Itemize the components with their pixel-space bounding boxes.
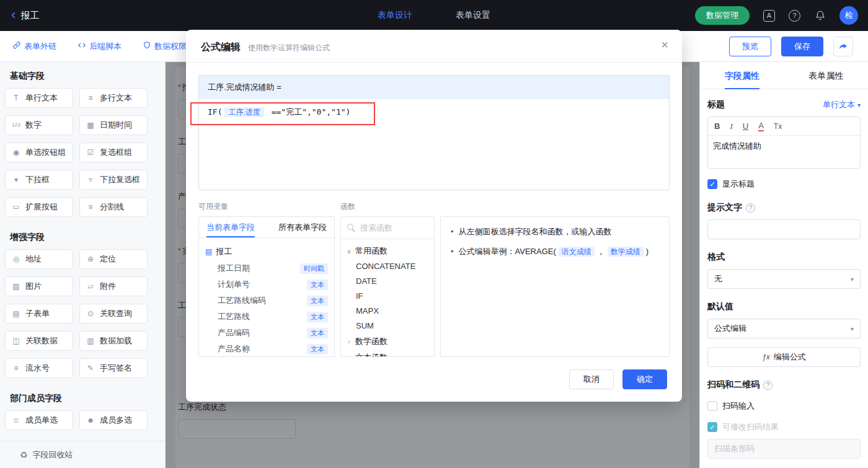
back-button[interactable]: ‹ 报工 [0,10,39,22]
backend-script-button[interactable]: 后端脚本 [78,41,122,52]
variable-item[interactable]: 工艺路线文本 [205,309,328,325]
share-icon[interactable] [833,37,853,56]
external-link-button[interactable]: 表单外链 [12,41,56,52]
field-type-button[interactable]: 123数字 [5,115,73,135]
bell-icon[interactable] [814,10,826,22]
field-type-button[interactable]: ▤子表单 [5,304,73,324]
format-label: 格式 [707,252,725,263]
field-type-button[interactable]: ☑复选框组 [79,143,148,162]
bold-icon[interactable]: B [714,121,720,131]
recycle-bin-button[interactable]: ♻ 字段回收站 [0,441,165,468]
field-type-badge: 文本 [307,280,328,290]
tab-form-properties[interactable]: 表单属性 [784,62,868,89]
function-group[interactable]: ›数学函数 [341,333,434,350]
field-type-button[interactable]: ▥数据加载 [79,331,148,351]
underline-icon[interactable]: U [743,121,748,131]
default-value-select[interactable]: 公式编辑 ▾ [707,319,861,338]
function-group-name: 文本函数 [355,352,388,357]
field-type-icon: ≡ [11,364,22,372]
save-button[interactable]: 保存 [781,37,823,56]
help-tooltip-icon[interactable]: ? [746,203,755,213]
language-icon[interactable]: A [763,10,775,22]
modal-body: 工序.完成情况辅助 = IF(工序.进度 =="完工","0","1") 可用变… [186,75,682,357]
field-type-button[interactable]: ▭扩展按钮 [5,197,73,217]
confirm-button[interactable]: 确定 [622,369,667,389]
field-type-icon: ≡ [85,203,96,211]
field-type-button[interactable]: ≡多行文本 [79,88,148,108]
field-type-button[interactable]: ▦日期时间 [79,115,148,135]
field-type-button[interactable]: ⊙关联查询 [79,304,148,324]
tab-all-form-fields[interactable]: 所有表单字段 [278,217,327,237]
chevron-down-icon: ▾ [851,325,854,332]
field-type-icon: ☑ [85,149,96,156]
formula-input[interactable]: IF(工序.进度 =="完工","0","1") [199,99,669,190]
font-color-icon[interactable]: A [758,121,764,131]
field-type-button[interactable]: ▨图片 [5,276,73,296]
tab-form-design[interactable]: 表单设计 [378,10,412,21]
field-type-button[interactable]: ◫关联数据 [5,331,73,351]
field-type-button[interactable]: ◉单选按钮组 [5,143,73,162]
page-title: 报工 [20,10,39,22]
field-type-button[interactable]: ⊕定位 [79,249,148,269]
variable-item[interactable]: 工艺路线编码文本 [205,293,328,309]
example-variable-tag: 数学成绩 [608,247,644,257]
format-select[interactable]: 无 ▾ [707,269,861,289]
field-type-icon: ◉ [11,149,22,156]
show-title-checkbox[interactable]: ✓ [707,179,717,189]
preview-button[interactable]: 预览 [729,37,771,56]
variable-item[interactable]: 产品编码文本 [205,325,328,341]
title-input[interactable]: 完成情况辅助 [708,136,860,168]
scan-input-checkbox[interactable] [707,401,717,411]
edit-formula-button[interactable]: ƒx 编辑公式 [707,347,861,367]
function-item[interactable]: CONCATENATE [341,259,434,274]
field-type-button[interactable]: ▿下拉复选框 [79,170,148,190]
tab-form-settings[interactable]: 表单设置 [456,10,490,21]
variable-item[interactable]: 计划单号文本 [205,276,328,293]
variable-item[interactable]: 产品名称文本 [205,341,328,357]
help-icon[interactable]: ? [789,10,800,22]
close-icon[interactable]: × [661,38,668,51]
field-type-icon: ◫ [11,337,22,345]
function-item[interactable]: MAPX [341,304,434,319]
clear-format-icon[interactable]: Tx [774,122,782,131]
field-type-badge: 文本 [307,312,328,322]
field-type-button[interactable]: T单行文本 [5,88,73,108]
field-type-dropdown[interactable]: 单行文本 ▾ [823,99,861,110]
tab-current-form-fields[interactable]: 当前表单字段 [206,217,255,237]
field-type-icon: ⊙ [85,310,96,317]
help-tooltip-icon[interactable]: ? [763,381,773,390]
search-icon [347,224,355,232]
field-type-button[interactable]: ≡分割线 [79,197,148,217]
field-type-button[interactable]: ◎地址 [5,249,73,269]
cancel-button[interactable]: 取消 [569,369,614,389]
function-group[interactable]: ›文本函数 [341,350,434,357]
function-item[interactable]: IF [341,289,434,304]
hint-label: 提示文字 [707,202,742,213]
function-item[interactable]: DATE [341,274,434,289]
tree-root-form[interactable]: ▤ 报工 [205,243,328,260]
function-search-input[interactable]: 搜索函数 [341,217,434,239]
field-type-label: 扩展按钮 [25,201,58,213]
tab-field-properties[interactable]: 字段属性 [700,62,784,89]
field-type-button[interactable]: ☺成员单选 [5,410,73,430]
field-type-button[interactable]: ☻成员多选 [79,410,148,430]
field-type-button[interactable]: ▾下拉框 [5,170,73,190]
data-permission-button[interactable]: 数据权限 [143,41,187,52]
italic-icon[interactable]: I [730,121,732,131]
field-type-icon: ▨ [11,283,22,290]
form-doc-icon: ▤ [205,247,212,256]
function-group[interactable]: ∨常用函数 [341,243,434,259]
field-grid: ◎地址⊕定位▨图片▱附件▤子表单⊙关联查询◫关联数据▥数据加载≡流水号✎手写签名 [5,249,147,378]
function-item[interactable]: SUM [341,319,434,333]
variable-tag[interactable]: 工序.进度 [224,107,264,117]
field-type-button[interactable]: ≡流水号 [5,358,73,378]
toolbar-actions: 预览 保存 [729,37,868,56]
field-type-button[interactable]: ▱附件 [79,276,148,296]
scan-editable-checkbox[interactable]: ✓ [707,422,717,432]
avatar[interactable]: 检 [839,6,858,25]
data-manage-button[interactable]: 数据管理 [695,6,750,25]
modal-footer: 取消 确定 [186,357,682,402]
field-type-button[interactable]: ✎手写签名 [79,358,148,378]
variable-item[interactable]: 报工日期时间戳 [205,260,328,276]
hint-input[interactable] [707,219,861,239]
